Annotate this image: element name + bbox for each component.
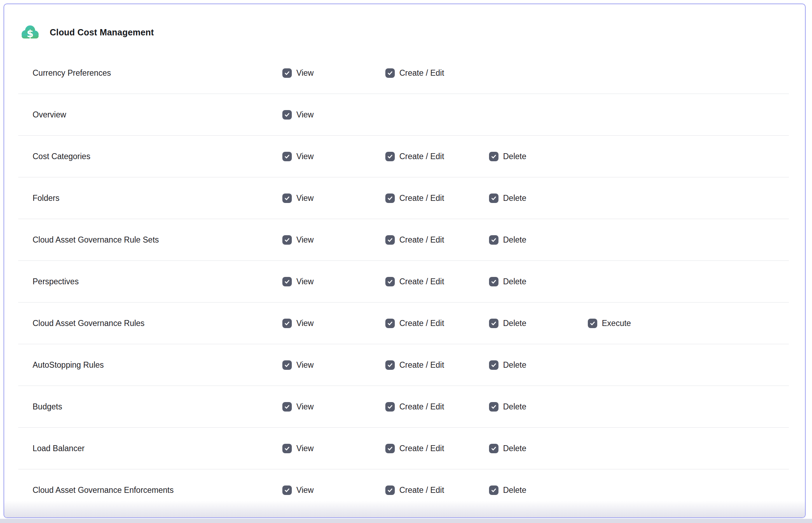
checkbox-checked-icon[interactable]	[282, 402, 292, 412]
row-label: Folders	[18, 193, 282, 203]
permission-checkbox-group[interactable]: View	[282, 110, 314, 120]
permission-checkbox-group[interactable]: Create / Edit	[385, 235, 444, 245]
permission-checkbox-group[interactable]: View	[282, 235, 314, 245]
permission-checkbox-group[interactable]: Create / Edit	[385, 360, 444, 370]
checkbox-checked-icon[interactable]	[282, 68, 292, 78]
permission-label: Create / Edit	[399, 319, 444, 328]
permission-checkbox-group[interactable]: Create / Edit	[385, 444, 444, 453]
checkbox-checked-icon[interactable]	[489, 485, 498, 495]
permission-label: Create / Edit	[399, 485, 444, 495]
permission-row: Perspectives View Create / Edit Delete	[18, 261, 789, 303]
permission-row: Cloud Asset Governance Rules View Create…	[18, 303, 789, 344]
permission-checkbox-group[interactable]: Create / Edit	[385, 68, 444, 78]
perm-cell-delete: Delete	[489, 235, 588, 245]
cloud-cost-management-icon: $	[20, 24, 40, 40]
checkbox-checked-icon[interactable]	[588, 319, 597, 328]
permission-label: View	[296, 360, 314, 370]
permission-checkbox-group[interactable]: Delete	[489, 360, 526, 370]
permission-label: View	[296, 402, 314, 412]
row-label: AutoStopping Rules	[18, 360, 282, 370]
checkbox-checked-icon[interactable]	[282, 360, 292, 370]
checkbox-checked-icon[interactable]	[489, 193, 498, 203]
checkbox-checked-icon[interactable]	[489, 152, 498, 161]
checkbox-checked-icon[interactable]	[282, 277, 292, 286]
perm-cell-delete: Delete	[489, 277, 588, 286]
checkbox-checked-icon[interactable]	[385, 402, 395, 412]
checkbox-checked-icon[interactable]	[489, 444, 498, 453]
permission-label: Delete	[503, 360, 526, 370]
row-label: Budgets	[18, 402, 282, 412]
permission-checkbox-group[interactable]: Execute	[588, 319, 631, 328]
permission-checkbox-group[interactable]: View	[282, 193, 314, 203]
permission-checkbox-group[interactable]: Delete	[489, 193, 526, 203]
row-label: Currency Preferences	[18, 68, 282, 78]
perm-cell-view: View	[282, 68, 385, 78]
checkbox-checked-icon[interactable]	[489, 277, 498, 286]
permission-label: View	[296, 277, 314, 286]
perm-cell-delete: Delete	[489, 193, 588, 203]
permission-label: Delete	[503, 193, 526, 203]
horizontal-scrollbar-track[interactable]	[0, 519, 812, 523]
permission-checkbox-group[interactable]: Create / Edit	[385, 277, 444, 286]
permission-checkbox-group[interactable]: Delete	[489, 485, 526, 495]
permission-checkbox-group[interactable]: Delete	[489, 277, 526, 286]
permission-checkbox-group[interactable]: Create / Edit	[385, 485, 444, 495]
checkbox-checked-icon[interactable]	[489, 319, 498, 328]
checkbox-checked-icon[interactable]	[282, 444, 292, 453]
row-label: Perspectives	[18, 277, 282, 286]
perm-cell-create-edit: Create / Edit	[385, 444, 489, 453]
permission-label: Create / Edit	[399, 235, 444, 245]
checkbox-checked-icon[interactable]	[385, 235, 395, 245]
permission-checkbox-group[interactable]: View	[282, 444, 314, 453]
checkbox-checked-icon[interactable]	[282, 193, 292, 203]
perm-cell-create-edit: Create / Edit	[385, 485, 489, 495]
checkbox-checked-icon[interactable]	[282, 485, 292, 495]
permission-checkbox-group[interactable]: Delete	[489, 235, 526, 245]
permission-checkbox-group[interactable]: View	[282, 360, 314, 370]
checkbox-checked-icon[interactable]	[489, 235, 498, 245]
permission-checkbox-group[interactable]: Delete	[489, 444, 526, 453]
svg-text:$: $	[27, 28, 33, 40]
permission-checkbox-group[interactable]: View	[282, 277, 314, 286]
permission-label: View	[296, 235, 314, 245]
permission-label: Create / Edit	[399, 152, 444, 161]
permission-checkbox-group[interactable]: View	[282, 68, 314, 78]
checkbox-checked-icon[interactable]	[385, 319, 395, 328]
checkbox-checked-icon[interactable]	[385, 193, 395, 203]
permission-checkbox-group[interactable]: Delete	[489, 402, 526, 412]
permission-checkbox-group[interactable]: View	[282, 485, 314, 495]
checkbox-checked-icon[interactable]	[385, 277, 395, 286]
perm-cell-execute: Execute	[588, 319, 789, 328]
permission-row: Cost Categories View Create / Edit Delet…	[18, 136, 789, 177]
permission-label: Delete	[503, 402, 526, 412]
permission-checkbox-group[interactable]: Create / Edit	[385, 193, 444, 203]
perm-cell-delete: Delete	[489, 402, 588, 412]
checkbox-checked-icon[interactable]	[282, 110, 292, 120]
permission-label: View	[296, 193, 314, 203]
permission-checkbox-group[interactable]: View	[282, 402, 314, 412]
checkbox-checked-icon[interactable]	[489, 402, 498, 412]
checkbox-checked-icon[interactable]	[385, 444, 395, 453]
perm-cell-create-edit: Create / Edit	[385, 193, 489, 203]
checkbox-checked-icon[interactable]	[282, 235, 292, 245]
permission-label: Delete	[503, 319, 526, 328]
permission-checkbox-group[interactable]: View	[282, 319, 314, 328]
perm-cell-view: View	[282, 152, 385, 161]
permission-label: View	[296, 110, 314, 120]
permission-checkbox-group[interactable]: Create / Edit	[385, 152, 444, 161]
permission-checkbox-group[interactable]: Delete	[489, 319, 526, 328]
perm-cell-view: View	[282, 360, 385, 370]
permission-checkbox-group[interactable]: View	[282, 152, 314, 161]
permission-checkbox-group[interactable]: Create / Edit	[385, 402, 444, 412]
checkbox-checked-icon[interactable]	[385, 152, 395, 161]
permission-checkbox-group[interactable]: Delete	[489, 152, 526, 161]
perm-cell-delete: Delete	[489, 360, 588, 370]
checkbox-checked-icon[interactable]	[385, 485, 395, 495]
perm-cell-view: View	[282, 319, 385, 328]
checkbox-checked-icon[interactable]	[282, 152, 292, 161]
permission-checkbox-group[interactable]: Create / Edit	[385, 319, 444, 328]
checkbox-checked-icon[interactable]	[282, 319, 292, 328]
checkbox-checked-icon[interactable]	[489, 360, 498, 370]
checkbox-checked-icon[interactable]	[385, 360, 395, 370]
checkbox-checked-icon[interactable]	[385, 68, 395, 78]
